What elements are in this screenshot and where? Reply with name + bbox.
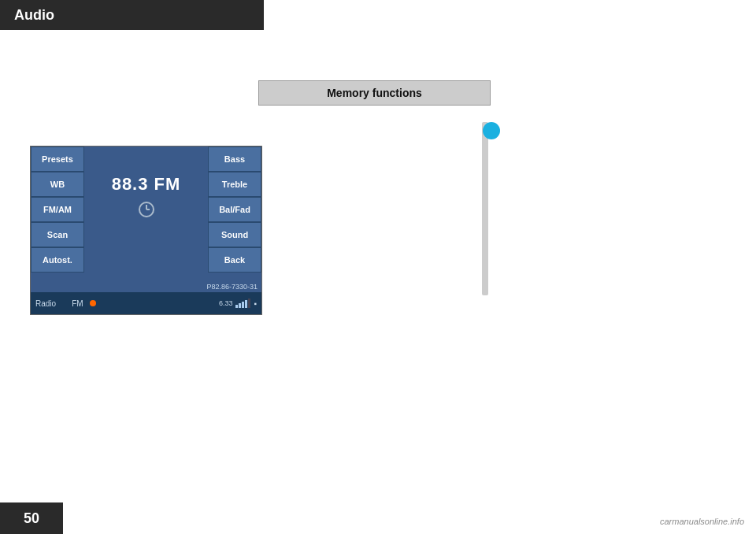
wb-button[interactable]: WB (31, 172, 84, 197)
presets-button[interactable]: Presets (31, 146, 84, 172)
radio-center-3 (84, 197, 208, 222)
radio-center-4 (84, 222, 208, 247)
bass-button[interactable]: Bass (208, 146, 261, 172)
status-band: FM (72, 299, 83, 308)
page-bar: 50 (0, 502, 63, 534)
page-number: 50 (24, 510, 39, 527)
radio-row-5: Autost. Back (31, 247, 261, 273)
treble-button[interactable]: Treble (208, 172, 261, 197)
bal-fad-button[interactable]: Bal/Fad (208, 197, 261, 222)
sound-button[interactable]: Sound (208, 222, 261, 247)
part-code: P82.86-7330-31 (206, 283, 258, 291)
status-version: 6.33 (219, 299, 233, 307)
bar-4 (245, 300, 247, 308)
status-mode: Radio (35, 299, 56, 308)
clock-minute-hand (146, 209, 150, 210)
radio-row-4: Scan Sound (31, 222, 261, 247)
signal-bars (235, 299, 250, 308)
page-title: Audio (14, 7, 54, 24)
radio-row-3: FM/AM Bal/Fad (31, 197, 261, 222)
section-heading-box: Memory functions (258, 80, 491, 106)
sidebar-dot (483, 122, 500, 139)
scan-button[interactable]: Scan (31, 222, 84, 247)
radio-display: Presets Bass WB 88.3 FM Treble FM/AM Bal… (30, 146, 262, 315)
bar-1 (235, 305, 238, 308)
sidebar-marker (482, 122, 488, 295)
back-button[interactable]: Back (208, 247, 261, 273)
bar-2 (239, 303, 241, 308)
radio-frequency-area: 88.3 FM (84, 172, 208, 197)
radio-row-1: Presets Bass (31, 146, 261, 172)
bar-3 (242, 302, 244, 308)
status-dot-icon (90, 300, 96, 306)
header-bar: Audio (0, 0, 264, 30)
radio-status-bar: Radio FM 6.33 ▪ P82.86-7330-31 (31, 292, 261, 314)
autost-button[interactable]: Autost. (31, 247, 84, 273)
clock-icon (139, 202, 154, 217)
radio-center-1 (84, 146, 208, 172)
watermark: carmanualsonline.info (660, 517, 744, 526)
radio-center-5 (84, 247, 208, 273)
radio-frequency: 88.3 FM (112, 174, 181, 195)
status-right: 6.33 ▪ (219, 299, 257, 308)
bar-5 (248, 299, 250, 308)
section-heading: Memory functions (327, 87, 422, 99)
fm-am-button[interactable]: FM/AM (31, 197, 84, 222)
radio-row-2: WB 88.3 FM Treble (31, 172, 261, 197)
